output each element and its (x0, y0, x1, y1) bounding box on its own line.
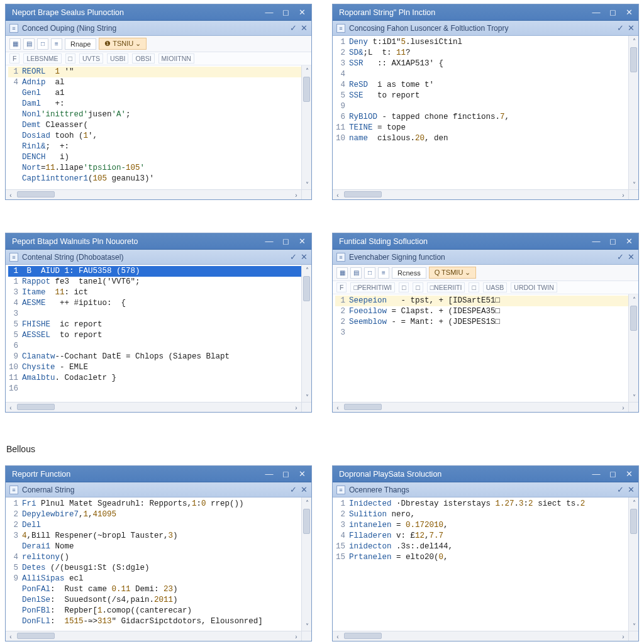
code-line[interactable]: 1REORL 1 '" (8, 67, 301, 77)
code-line[interactable]: 4relitony() (8, 552, 301, 563)
code-editor[interactable]: 1Seepeion - tpst, + [IDSartE51□2Foeoilow… (333, 294, 638, 412)
titlebar[interactable]: Roporanl String" Pln Inction—◻✕ (333, 4, 638, 21)
code-line[interactable]: 1Deny t:iD1"5.lusesiCtinl (335, 37, 628, 48)
code-line[interactable]: 9 (335, 101, 628, 112)
minimize-icon[interactable]: — (264, 236, 275, 247)
code-line[interactable]: 3intanelen = 0.172010, (335, 520, 628, 531)
scroll-left-icon[interactable]: ‹ (6, 402, 16, 412)
code-line[interactable]: 34,Bill Respener(~bropl Tauster,3) (8, 531, 301, 541)
code-line[interactable]: 15Prtanelen = elto20(0, (335, 552, 628, 563)
code-line[interactable]: 6 (8, 341, 301, 352)
scroll-up-icon[interactable]: ˄ (302, 265, 311, 275)
horizontal-scrollbar[interactable]: ‹› (6, 189, 301, 199)
code-line[interactable]: Rinl&; +: (8, 142, 301, 152)
toolbar-tab[interactable]: F (336, 282, 347, 292)
toolbar-chip[interactable]: Rcness (392, 267, 426, 279)
toolbar-button[interactable]: ▤ (350, 267, 362, 279)
code-line[interactable]: 2Depylewbire7,1,41095 (8, 509, 301, 520)
scroll-thumb[interactable] (630, 509, 637, 534)
code-line[interactable]: 6RyBlOD - tapped chone finctions.7, (335, 112, 628, 123)
scroll-right-icon[interactable]: › (618, 402, 628, 412)
code-editor[interactable]: 1REORL 1 '"4Adnip alGenl a1Daml +:Nonl'i… (6, 65, 311, 199)
close-icon[interactable]: ✕ (296, 8, 308, 18)
scroll-thumb[interactable] (17, 191, 55, 197)
check-icon[interactable]: ✓ (617, 23, 624, 33)
scroll-thumb[interactable] (344, 404, 382, 410)
code-line[interactable]: 4Adnip al (8, 77, 301, 88)
toolbar-dropdown[interactable]: Q TSMIU ⌄ (429, 267, 477, 279)
code-line[interactable]: DonFLl: 1515-≃>313" GidacrSipctdotors, E… (8, 616, 301, 627)
code-line[interactable]: Demt Cleasser( (8, 120, 301, 131)
scroll-thumb[interactable] (344, 191, 382, 197)
code-line[interactable]: 3 (8, 309, 301, 319)
scroll-thumb[interactable] (630, 47, 637, 72)
code-line[interactable]: 5Detes (/(beusgi:St (S:dgle) (8, 563, 301, 574)
scroll-right-icon[interactable]: › (291, 402, 301, 412)
scroll-up-icon[interactable]: ˄ (629, 497, 638, 508)
minimize-icon[interactable]: — (264, 8, 275, 18)
toolbar-dropdown[interactable]: ❶ TSNIU ⌄ (99, 38, 147, 50)
horizontal-scrollbar[interactable]: ‹› (333, 631, 628, 641)
scroll-thumb[interactable] (303, 509, 310, 534)
toolbar-tab[interactable]: UVTS (79, 53, 103, 64)
vertical-scrollbar[interactable]: ˄˅ (301, 265, 311, 402)
toolbar-button[interactable]: ≡ (51, 38, 62, 50)
code-line[interactable]: 3Itame 11: ict (8, 287, 301, 298)
toolbar-tab[interactable]: □PERHITIWI (350, 282, 395, 292)
check-icon[interactable]: ✓ (617, 252, 624, 262)
toolbar-tab[interactable]: USBI (107, 53, 129, 64)
code-line[interactable]: 3 (335, 328, 628, 338)
toolbar-tab[interactable]: F (9, 53, 19, 64)
scroll-down-icon[interactable]: ˅ (629, 179, 638, 189)
code-line[interactable]: DenlSe: Suuedsont(/s4,pain.2011) (8, 595, 301, 606)
code-line[interactable]: 2Sulition nero, (335, 509, 628, 520)
check-icon[interactable]: ✓ (617, 485, 624, 494)
scroll-thumb[interactable] (344, 633, 382, 639)
close-icon[interactable]: ✕ (623, 236, 635, 247)
vertical-scrollbar[interactable]: ˄˅ (628, 294, 638, 402)
code-line[interactable]: 11Amalbtu. Codacletr } (8, 373, 301, 384)
toolbar-chip[interactable]: Rnape (65, 38, 96, 50)
maximize-icon[interactable]: ◻ (607, 469, 618, 479)
toolbar-tab[interactable]: URDOI TWIN (511, 282, 557, 292)
minimize-icon[interactable]: — (591, 8, 602, 18)
code-line[interactable]: 11TEINE = tope (335, 123, 628, 133)
code-line[interactable]: 1 B AIUD 1: FAU5358 (578) (8, 266, 301, 277)
code-line[interactable]: 2Seemblow - = Mant: + (JDESPES1S□ (335, 317, 628, 328)
code-line[interactable]: 10name cislous.20, den (335, 133, 628, 144)
scroll-up-icon[interactable]: ˄ (302, 65, 311, 75)
code-line[interactable]: DENCH i) (8, 152, 301, 163)
toolbar-tab[interactable]: LEBSNME (23, 53, 61, 64)
code-line[interactable]: 4 (335, 69, 628, 80)
code-editor[interactable]: 1Deny t:iD1"5.lusesiCtinl2SD&;L t: 11?3S… (333, 36, 638, 199)
maximize-icon[interactable]: ◻ (607, 8, 618, 18)
code-line[interactable]: 15inidecton .3s:.del144, (335, 541, 628, 552)
code-line[interactable]: Nonl'inittred'jusen'A'; (8, 109, 301, 120)
code-line[interactable]: 1Seepeion - tpst, + [IDSartE51□ (335, 296, 628, 306)
close-icon[interactable]: ✕ (628, 23, 635, 33)
titlebar[interactable]: Peport Btapd Walnuits Pln Nouoreto—◻✕ (6, 233, 311, 250)
maximize-icon[interactable]: ◻ (280, 8, 291, 18)
code-line[interactable]: 9AlliSipas ecl (8, 574, 301, 584)
minimize-icon[interactable]: — (264, 469, 275, 479)
maximize-icon[interactable]: ◻ (280, 236, 291, 247)
code-line[interactable]: 4AESME ++ #ipituo: { (8, 298, 301, 309)
scroll-down-icon[interactable]: ˅ (629, 621, 638, 631)
toolbar-tab[interactable]: □NEERIITI (427, 282, 465, 292)
close-icon[interactable]: ✕ (628, 485, 635, 494)
maximize-icon[interactable]: ◻ (280, 469, 291, 479)
vertical-scrollbar[interactable]: ˄˅ (301, 65, 311, 189)
scroll-up-icon[interactable]: ˄ (629, 294, 638, 304)
titlebar[interactable]: Dopronal PlaySata Sroluction—◻✕ (333, 466, 638, 482)
code-line[interactable]: 4ReSD i as tome t' (335, 80, 628, 91)
code-line[interactable]: 10Chysite - EMLE (8, 362, 301, 373)
close-icon[interactable]: ✕ (301, 252, 308, 262)
scroll-left-icon[interactable]: ‹ (333, 631, 343, 641)
check-icon[interactable]: ✓ (290, 252, 297, 262)
code-line[interactable]: 1Fri Plnul Matet Sgeadruhl: Repports,1:0… (8, 499, 301, 509)
titlebar[interactable]: Reportr Function—◻✕ (6, 466, 311, 482)
code-line[interactable]: 4Flladeren v: £12,7.7 (335, 531, 628, 541)
code-line[interactable]: 5SSE to report (335, 91, 628, 101)
scroll-thumb[interactable] (17, 404, 55, 410)
scroll-left-icon[interactable]: ‹ (333, 402, 343, 412)
